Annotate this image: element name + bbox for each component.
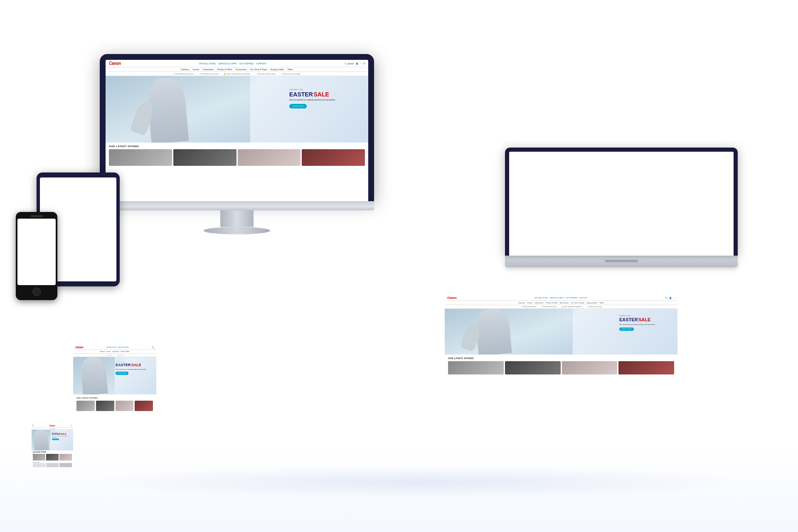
nav-offers: Offers [288,68,293,71]
laptop-hinge [505,256,738,260]
nav-accessories: Accessories [236,68,247,71]
offer-card-2[interactable] [173,149,236,166]
hero-text: PROMOTION EASTER SALE Save at checkout o… [289,89,356,108]
phone-display: ☰ Canon 🔍 ✓ Free delivery PROMOTION [17,219,56,285]
hero-title: EASTER SALE [289,91,356,97]
canon-logo: Canon [109,61,121,66]
feature-guarantee: 🔒 2 year manufacturer's guarantee [224,73,250,75]
promotion-label: PROMOTION [289,89,356,91]
feature-range-1: ↔ Extensive product range [255,73,275,75]
nav-camcorders: Camcorders [202,68,214,71]
desktop-monitor: Canon OFFICIAL STORE SERVICES & APPS GET… [100,54,374,234]
shop-now-button[interactable]: SHOP NOW [289,104,307,108]
nav-cameras: Cameras [181,68,189,71]
nav-ink: Ink, Toner & Paper [250,68,267,71]
nav-support: SUPPORT [256,62,266,65]
laptop-display: Canon OFFICIAL STORE SERVICES & APPS GET… [509,152,734,256]
laptop-notch [605,260,638,262]
site-topbar: Canon OFFICIAL STORE SERVICES & APPS GET… [106,60,368,67]
wishlist-icon: ♡ [360,62,362,65]
phone-home-button[interactable] [32,288,41,296]
monitor-stand-base [204,227,270,234]
hero-image [106,76,250,143]
site-top-nav: OFFICIAL STORE SERVICES & APPS GET INSPI… [199,62,266,65]
scene: Canon OFFICIAL STORE SERVICES & APPS GET… [0,0,798,532]
hero-subtitle: Save at checkout on selected cameras and… [289,99,356,101]
canon-website-monitor: Canon OFFICIAL STORE SERVICES & APPS GET… [106,60,368,201]
laptop-base [505,260,738,267]
laptop-bezel: Canon OFFICIAL STORE SERVICES & APPS GET… [505,148,738,256]
account-icon: 👤 [356,62,358,65]
offer-card-3[interactable] [238,149,301,166]
nav-get-inspired: GET INSPIRED [239,62,254,65]
easter-text: EASTER [289,91,313,98]
nav-buying-guides: Buying Guides [271,68,284,71]
site-main-nav: Cameras Lenses Camcorders Printers & Off… [106,67,368,72]
monitor-stand-neck [220,210,254,227]
phone-speaker [30,215,43,217]
feature-delivery-2: ✓ Free delivery and returns [199,73,219,75]
features-bar: ✓ Free delivery and returns ✓ Free deliv… [106,72,368,76]
feature-delivery-1: ✓ Free delivery and returns [173,73,194,75]
hero-banner: PROMOTION EASTER SALE Save at checkout o… [106,76,368,143]
nav-services: SERVICES & APPS [218,62,236,65]
nav-printers: Printers & Office [217,68,232,71]
offers-section: OUR LATEST OFFERS [106,143,368,168]
monitor-bezel: Canon OFFICIAL STORE SERVICES & APPS GET… [100,54,374,201]
phone-device: ☰ Canon 🔍 ✓ Free delivery PROMOTION [16,212,57,300]
nav-lenses: Lenses [192,68,199,71]
nav-official-store: OFFICIAL STORE [199,62,216,65]
monitor-chin [100,201,374,210]
offers-grid [109,149,365,166]
laptop-device: Canon OFFICIAL STORE SERVICES & APPS GET… [505,148,738,267]
offer-card-4[interactable] [302,149,365,166]
offer-card-1[interactable] [109,149,172,166]
reflection-overlay [0,449,798,532]
device-shadow [83,466,756,499]
search-icon: 🔍 Search [345,62,354,65]
phone-bezel: ☰ Canon 🔍 ✓ Free delivery PROMOTION [16,212,57,300]
monitor-display: Canon OFFICIAL STORE SERVICES & APPS GET… [106,60,368,201]
site-icons: 🔍 Search 👤 ♡ ☰ [345,62,365,65]
sale-text: SALE [313,91,329,98]
cart-icon: ☰ [363,62,365,65]
feature-range-2: ↔ Extensive product range [280,73,300,75]
offers-title: OUR LATEST OFFERS [109,145,365,148]
